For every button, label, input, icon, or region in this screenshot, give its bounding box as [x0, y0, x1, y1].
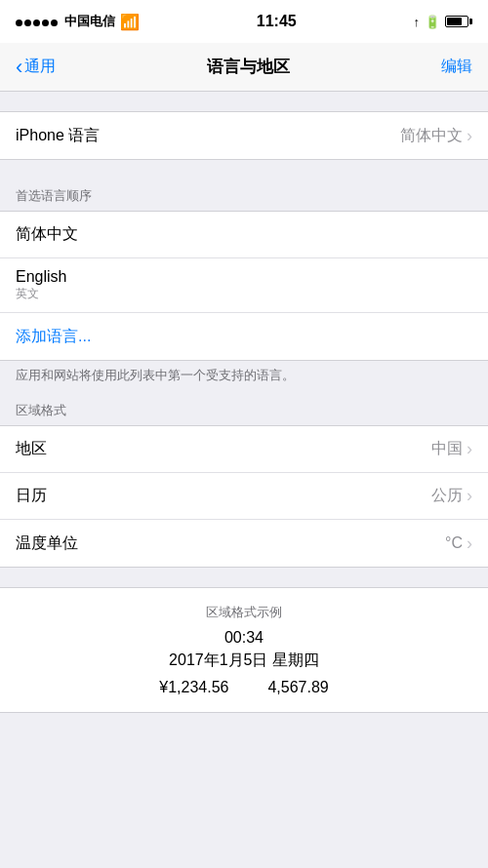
region-section-header: 区域格式 [0, 394, 488, 425]
format-example-numbers: ¥1,234.56 4,567.89 [16, 679, 472, 696]
lang-row-simplified-chinese: 简体中文 [16, 215, 78, 255]
temperature-value: °C › [445, 533, 472, 554]
arrow-icon: ↑ [413, 15, 420, 29]
wifi-icon: 📶 [120, 13, 140, 31]
iphone-language-value: 简体中文 › [400, 126, 472, 146]
preferred-section-header: 首选语言顺序 [0, 179, 488, 211]
page-title: 语言与地区 [207, 56, 290, 78]
format-example-box: 区域格式示例 00:34 2017年1月5日 星期四 ¥1,234.56 4,5… [0, 587, 488, 713]
status-left: 中国电信 📶 [16, 13, 140, 31]
chevron-right-icon: › [467, 533, 472, 554]
add-language-label: 添加语言... [16, 327, 91, 347]
format-example-title: 区域格式示例 [16, 604, 472, 621]
add-language-row[interactable]: 添加语言... [0, 313, 488, 360]
nav-bar: ‹ 通用 语言与地区 编辑 [0, 43, 488, 92]
temperature-value-text: °C [445, 534, 463, 552]
back-label: 通用 [24, 57, 56, 77]
temperature-row[interactable]: 温度单位 °C › [0, 520, 488, 567]
format-example-number2: 4,567.89 [267, 679, 328, 696]
temperature-label: 温度单位 [16, 533, 78, 554]
calendar-value: 公历 › [431, 486, 472, 506]
iphone-language-row[interactable]: iPhone 语言 简体中文 › [0, 112, 488, 159]
signal-strength-icon: 🔋 [425, 15, 440, 29]
calendar-row[interactable]: 日历 公历 › [0, 473, 488, 520]
format-example-number1: ¥1,234.56 [159, 679, 228, 696]
lang-row-english: English 英文 [16, 258, 66, 312]
status-bar: 中国电信 📶 11:45 ↑ 🔋 [0, 0, 488, 43]
chevron-right-icon: › [467, 126, 472, 146]
iphone-language-label: iPhone 语言 [16, 126, 100, 146]
lang-name-english: English [16, 268, 66, 286]
chevron-right-icon: › [467, 439, 472, 459]
region-label: 地区 [16, 439, 47, 459]
battery-icon [445, 16, 472, 27]
back-button[interactable]: ‹ 通用 [16, 57, 56, 78]
list-item[interactable]: English 英文 [0, 258, 488, 313]
format-example-time: 00:34 [16, 629, 472, 647]
bottom-gap [0, 713, 488, 742]
lang-sub-english: 英文 [16, 286, 66, 302]
back-arrow-icon: ‹ [16, 57, 22, 78]
preferred-languages-group: 简体中文 English 英文 添加语言... [0, 211, 488, 361]
list-item[interactable]: 简体中文 [0, 212, 488, 258]
edit-button[interactable]: 编辑 [441, 57, 472, 77]
region-row[interactable]: 地区 中国 › [0, 426, 488, 473]
preferred-section-footer: 应用和网站将使用此列表中第一个受支持的语言。 [0, 361, 488, 394]
iphone-language-value-text: 简体中文 [400, 126, 463, 146]
region-value: 中国 › [431, 439, 472, 459]
lang-name-simplified-chinese: 简体中文 [16, 224, 78, 245]
chevron-right-icon: › [467, 486, 472, 506]
calendar-value-text: 公历 [431, 486, 463, 506]
region-format-group: 地区 中国 › 日历 公历 › 温度单位 °C › [0, 425, 488, 568]
status-right: ↑ 🔋 [413, 15, 472, 29]
calendar-label: 日历 [16, 486, 47, 506]
status-time: 11:45 [257, 13, 297, 30]
carrier-label: 中国电信 [64, 13, 115, 30]
region-value-text: 中国 [431, 439, 463, 459]
format-example-date: 2017年1月5日 星期四 [16, 651, 472, 671]
content-area: iPhone 语言 简体中文 › 首选语言顺序 简体中文 English 英文 … [0, 92, 488, 868]
iphone-language-group: iPhone 语言 简体中文 › [0, 111, 488, 160]
signal-icon [16, 14, 60, 29]
